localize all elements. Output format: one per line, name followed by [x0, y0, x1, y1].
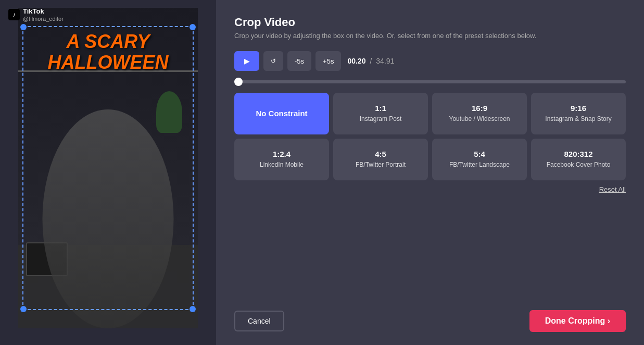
progress-bar[interactable]	[234, 80, 626, 83]
preset-label-5: FB/Twitter Portrait	[356, 161, 406, 169]
tiktok-info: TikTok @filmora_editor	[23, 7, 64, 22]
preset-button-6[interactable]: 5:4FB/Twitter Landscape	[432, 139, 527, 180]
tiktok-title: TikTok	[23, 7, 64, 16]
preset-ratio-6: 5:4	[474, 150, 485, 159]
presets-grid: No Constraint1:1Instagram Post16:9Youtub…	[234, 93, 626, 180]
total-time: 34.91	[376, 57, 394, 65]
play-button[interactable]: ▶	[234, 51, 259, 71]
crop-handle-top-right[interactable]	[190, 24, 196, 30]
progress-thumb[interactable]	[234, 78, 243, 86]
time-separator: /	[370, 57, 372, 65]
video-panel: ♪ TikTok @filmora_editor A SCARYHALLOWEE…	[0, 0, 216, 345]
preset-button-4[interactable]: 1:2.4LinkedIn Mobile	[234, 139, 329, 180]
preset-button-7[interactable]: 820:312Facebook Cover Photo	[531, 139, 626, 180]
controls-row: ▶ ↺ -5s +5s 00.20 / 34.91	[234, 51, 626, 71]
panel-title: Crop Video	[234, 16, 626, 29]
skip-back-button[interactable]: -5s	[287, 51, 311, 71]
preset-label-3: Instagram & Snap Story	[545, 115, 611, 124]
current-time: 00.20	[347, 57, 365, 65]
preset-ratio-4: 1:2.4	[273, 150, 291, 159]
preset-label-1: Instagram Post	[360, 115, 402, 124]
bottom-actions: Cancel Done Cropping ›	[234, 310, 626, 332]
crop-handle-top-left[interactable]	[20, 24, 27, 30]
preset-button-5[interactable]: 4:5FB/Twitter Portrait	[333, 139, 428, 180]
crop-handle-bottom-left[interactable]	[20, 306, 27, 312]
reset-row: Reset All	[234, 186, 626, 193]
preset-button-2[interactable]: 16:9Youtube / Widescreen	[432, 93, 527, 134]
preset-button-0[interactable]: No Constraint	[234, 93, 329, 134]
preset-button-3[interactable]: 9:16Instagram & Snap Story	[531, 93, 626, 134]
preset-ratio-1: 1:1	[375, 104, 386, 113]
panel-subtitle: Crop your video by adjusting the box on …	[234, 31, 626, 41]
reset-all-button[interactable]: Reset All	[599, 186, 626, 193]
preset-button-1[interactable]: 1:1Instagram Post	[333, 93, 428, 134]
play-icon: ▶	[244, 57, 250, 65]
done-cropping-button[interactable]: Done Cropping ›	[529, 310, 626, 332]
crop-handle-bottom-right[interactable]	[190, 306, 196, 312]
preset-ratio-0: No Constraint	[256, 109, 307, 118]
right-panel: Crop Video Crop your video by adjusting …	[216, 0, 644, 345]
header-block: Crop Video Crop your video by adjusting …	[234, 16, 626, 41]
preset-ratio-3: 9:16	[571, 104, 586, 113]
cancel-button[interactable]: Cancel	[234, 311, 284, 331]
reset-icon: ↺	[271, 57, 276, 65]
preset-ratio-2: 16:9	[472, 104, 487, 113]
preset-ratio-7: 820:312	[564, 150, 592, 159]
tiktok-handle: @filmora_editor	[23, 16, 64, 22]
preset-label-7: Facebook Cover Photo	[547, 161, 611, 169]
video-container: A SCARYHALLOWEEN	[18, 8, 198, 328]
skip-forward-button[interactable]: +5s	[315, 51, 341, 71]
preset-label-4: LinkedIn Mobile	[260, 161, 304, 169]
tiktok-logo-icon: ♪	[8, 9, 20, 20]
reset-button[interactable]: ↺	[263, 51, 283, 71]
preset-label-6: FB/Twitter Landscape	[449, 161, 510, 169]
tiktok-header: ♪ TikTok @filmora_editor	[8, 7, 64, 22]
preset-label-2: Youtube / Widescreen	[449, 115, 510, 124]
preset-ratio-5: 4:5	[375, 150, 386, 159]
crop-overlay[interactable]	[22, 26, 194, 310]
